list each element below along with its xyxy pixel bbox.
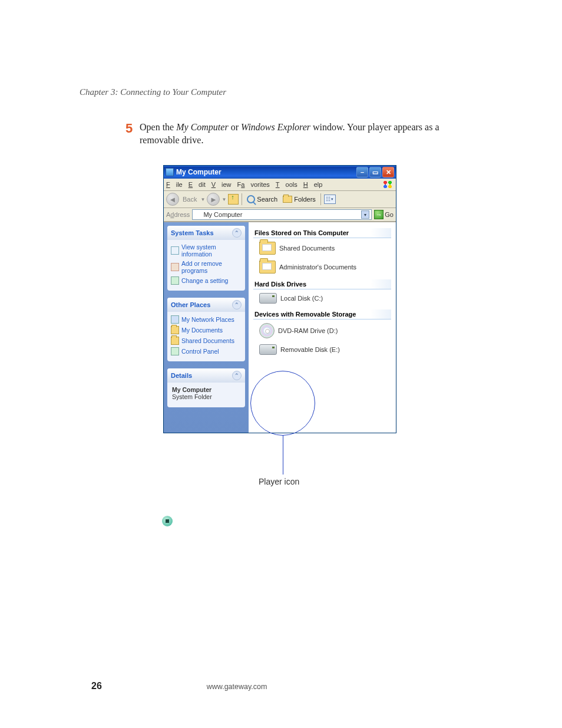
titlebar: My Computer – ▭ ✕ [164,166,396,179]
collapse-icon[interactable]: ⌃ [232,228,242,238]
item-removable-disk-e[interactable]: Removable Disk (E:) [259,344,391,355]
callout: Player icon [163,433,396,510]
details-type: System Folder [172,393,240,400]
link-shared-documents[interactable]: Shared Documents [171,335,242,346]
label: My Network Places [181,316,234,323]
other-places-title: Other Places [171,301,210,308]
drive-icon [259,293,277,304]
menu-file[interactable]: File [166,181,183,188]
menu-edit[interactable]: Edit [189,181,206,188]
label: Shared Documents [181,337,234,344]
system-tasks-title: System Tasks [171,229,214,236]
optical-drive-icon [259,323,275,338]
views-button[interactable]: ☷▾ [324,195,336,204]
panel-other-places: Other Places ⌃ My Network Places My Docu… [167,298,245,361]
t2: or [229,122,241,132]
menu-bar: File Edit View Favorites Tools Help [164,179,396,191]
label: Add or remove programs [181,260,242,274]
menu-favorites[interactable]: Favorites [237,181,270,188]
back-label: Back [181,195,199,203]
page-number: 26 [91,681,102,691]
my-computer-icon [166,168,174,176]
item-label: Removable Disk (E:) [280,346,340,353]
step-5: 5 Open the My Computer or Windows Explor… [125,121,455,146]
address-value: My Computer [203,211,242,218]
search-label: Search [257,196,277,203]
item-label: Administrator's Documents [279,263,356,271]
folder-icon [259,261,276,274]
maximize-button[interactable]: ▭ [369,167,381,177]
item-label: Local Disk (C:) [280,295,323,302]
link-my-documents[interactable]: My Documents [171,325,242,335]
collapse-icon[interactable]: ⌃ [232,371,242,380]
go-button[interactable]: → Go [374,210,394,219]
panel-details: Details ⌃ My Computer System Folder [167,368,245,407]
folders-button[interactable]: Folders [281,195,318,203]
item-label: Shared Documents [279,245,335,252]
up-button[interactable] [228,194,239,205]
group-hard-disk: Hard Disk Drives [253,279,391,289]
end-of-section-icon [162,516,173,526]
back-menu-arrow[interactable]: ▼ [200,197,205,202]
window-title: My Computer [176,168,355,176]
control-panel-icon [171,347,179,355]
menu-help[interactable]: Help [303,181,323,188]
go-icon: → [374,210,384,219]
item-dvd-ram-drive[interactable]: DVD-RAM Drive (D:) [259,323,391,338]
toolbar-separator [242,193,242,205]
item-local-disk-c[interactable]: Local Disk (C:) [259,293,391,304]
minimize-button[interactable]: – [356,167,368,177]
info-icon [171,246,179,255]
back-button[interactable]: ◄ [166,193,179,206]
item-label: DVD-RAM Drive (D:) [278,327,338,334]
link-change-setting[interactable]: Change a setting [171,275,242,286]
footer-url: www.gateway.com [207,683,267,691]
collapse-icon[interactable]: ⌃ [232,300,242,309]
item-admin-documents[interactable]: Administrator's Documents [259,261,391,274]
link-view-system-info[interactable]: View system information [171,242,242,259]
address-dropdown[interactable]: ▾ [361,210,369,219]
link-my-network-places[interactable]: My Network Places [171,314,242,325]
details-header[interactable]: Details ⌃ [167,368,245,383]
step-number: 5 [125,121,140,146]
t1: Open the [140,122,176,132]
tasks-sidebar: System Tasks ⌃ View system information A… [164,222,249,433]
system-tasks-header[interactable]: System Tasks ⌃ [167,226,245,240]
network-icon [171,315,179,324]
windows-flag-icon [382,180,394,189]
folders-label: Folders [294,196,316,203]
menu-view[interactable]: View [211,181,232,188]
address-input[interactable]: My Computer ▾ [192,209,372,220]
toolbar-separator-2 [320,193,321,205]
other-places-header[interactable]: Other Places ⌃ [167,298,245,312]
link-add-remove-programs[interactable]: Add or remove programs [171,259,242,275]
chapter-heading: Chapter 3: Connecting to Your Computer [80,87,482,97]
label: Control Panel [181,348,219,355]
callout-label: Player icon [259,477,299,486]
address-label: Address [166,211,190,218]
main-pane: Files Stored on This Computer Shared Doc… [249,222,396,433]
close-button[interactable]: ✕ [382,167,394,177]
folder-icon [171,326,179,334]
link-control-panel[interactable]: Control Panel [171,346,242,357]
search-icon [247,195,255,203]
t-em1: My Computer [176,122,228,132]
label: Change a setting [181,277,228,284]
details-title: Details [171,372,192,379]
folder-icon [171,337,179,345]
search-button[interactable]: Search [245,195,279,204]
page-footer: 26 www.gateway.com [0,681,562,691]
toolbar: ◄ Back ▼ ► ▼ Search Folders ☷▾ [164,191,396,208]
folders-icon [283,196,292,203]
forward-menu-arrow[interactable]: ▼ [222,197,226,202]
menu-tools[interactable]: Tools [276,181,297,188]
label: View system information [181,243,242,258]
group-files-stored: Files Stored on This Computer [253,228,391,238]
address-bar: Address My Computer ▾ → Go [164,208,396,222]
item-shared-documents[interactable]: Shared Documents [259,242,391,255]
group-removable: Devices with Removable Storage [253,309,391,319]
t-em2: Windows Explorer [241,122,310,132]
forward-button[interactable]: ► [207,193,220,206]
address-icon [194,211,201,218]
go-label: Go [385,211,394,218]
